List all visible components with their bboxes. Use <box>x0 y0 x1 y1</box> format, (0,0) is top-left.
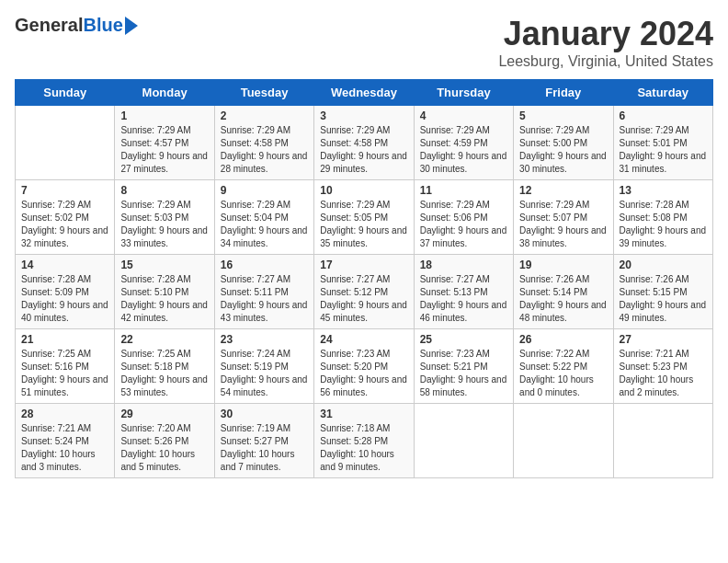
calendar-cell: 1Sunrise: 7:29 AM Sunset: 4:57 PM Daylig… <box>115 106 214 180</box>
day-number: 19 <box>519 259 607 271</box>
day-number: 4 <box>420 109 507 122</box>
calendar-cell: 9Sunrise: 7:29 AM Sunset: 5:04 PM Daylig… <box>214 180 313 255</box>
calendar-header-friday: Friday <box>514 80 613 106</box>
day-info: Sunrise: 7:18 AM Sunset: 5:28 PM Dayligh… <box>320 422 407 474</box>
day-info: Sunrise: 7:29 AM Sunset: 5:06 PM Dayligh… <box>420 199 507 250</box>
day-info: Sunrise: 7:22 AM Sunset: 5:22 PM Dayligh… <box>519 348 607 399</box>
calendar-cell: 30Sunrise: 7:19 AM Sunset: 5:27 PM Dayli… <box>214 404 313 478</box>
calendar-cell: 20Sunrise: 7:26 AM Sunset: 5:15 PM Dayli… <box>613 255 712 329</box>
calendar-header-row: SundayMondayTuesdayWednesdayThursdayFrid… <box>16 80 713 106</box>
calendar-cell <box>613 404 712 478</box>
calendar-cell: 17Sunrise: 7:27 AM Sunset: 5:12 PM Dayli… <box>314 255 414 329</box>
calendar-cell: 29Sunrise: 7:20 AM Sunset: 5:26 PM Dayli… <box>115 404 214 478</box>
calendar-cell: 23Sunrise: 7:24 AM Sunset: 5:19 PM Dayli… <box>214 329 313 404</box>
calendar-cell <box>514 404 613 478</box>
day-number: 27 <box>620 333 707 346</box>
calendar-week-1: 1Sunrise: 7:29 AM Sunset: 4:57 PM Daylig… <box>16 106 713 180</box>
calendar-week-4: 21Sunrise: 7:25 AM Sunset: 5:16 PM Dayli… <box>16 329 713 404</box>
calendar-header-thursday: Thursday <box>414 80 513 106</box>
day-info: Sunrise: 7:27 AM Sunset: 5:13 PM Dayligh… <box>420 273 507 325</box>
day-number: 17 <box>320 259 407 271</box>
day-number: 9 <box>221 184 308 197</box>
day-number: 31 <box>320 408 407 420</box>
calendar-cell: 18Sunrise: 7:27 AM Sunset: 5:13 PM Dayli… <box>414 255 513 329</box>
month-title: January 2024 <box>498 15 713 53</box>
day-number: 10 <box>320 184 407 197</box>
calendar-cell: 5Sunrise: 7:29 AM Sunset: 5:00 PM Daylig… <box>514 106 613 180</box>
day-number: 7 <box>21 184 108 197</box>
day-info: Sunrise: 7:21 AM Sunset: 5:24 PM Dayligh… <box>21 422 108 474</box>
calendar-table: SundayMondayTuesdayWednesdayThursdayFrid… <box>15 79 713 478</box>
day-number: 3 <box>320 109 407 122</box>
day-info: Sunrise: 7:21 AM Sunset: 5:23 PM Dayligh… <box>620 348 707 399</box>
day-number: 29 <box>120 408 208 420</box>
calendar-cell: 26Sunrise: 7:22 AM Sunset: 5:22 PM Dayli… <box>514 329 613 404</box>
calendar-cell: 24Sunrise: 7:23 AM Sunset: 5:20 PM Dayli… <box>314 329 414 404</box>
title-section: January 2024 Leesburg, Virginia, United … <box>498 15 713 70</box>
calendar-header-saturday: Saturday <box>613 80 712 106</box>
day-number: 2 <box>221 109 308 122</box>
day-info: Sunrise: 7:27 AM Sunset: 5:12 PM Dayligh… <box>320 273 407 325</box>
calendar-week-2: 7Sunrise: 7:29 AM Sunset: 5:02 PM Daylig… <box>16 180 713 255</box>
calendar-cell: 13Sunrise: 7:28 AM Sunset: 5:08 PM Dayli… <box>613 180 712 255</box>
calendar-cell: 6Sunrise: 7:29 AM Sunset: 5:01 PM Daylig… <box>613 106 712 180</box>
day-info: Sunrise: 7:23 AM Sunset: 5:21 PM Dayligh… <box>420 348 507 399</box>
day-info: Sunrise: 7:29 AM Sunset: 4:59 PM Dayligh… <box>420 124 507 176</box>
calendar-cell <box>16 106 115 180</box>
day-info: Sunrise: 7:29 AM Sunset: 4:58 PM Dayligh… <box>320 124 407 176</box>
calendar-cell: 7Sunrise: 7:29 AM Sunset: 5:02 PM Daylig… <box>16 180 115 255</box>
day-info: Sunrise: 7:29 AM Sunset: 5:00 PM Dayligh… <box>519 124 607 176</box>
day-info: Sunrise: 7:20 AM Sunset: 5:26 PM Dayligh… <box>120 422 208 474</box>
calendar-cell: 22Sunrise: 7:25 AM Sunset: 5:18 PM Dayli… <box>115 329 214 404</box>
calendar-cell: 11Sunrise: 7:29 AM Sunset: 5:06 PM Dayli… <box>414 180 513 255</box>
day-number: 20 <box>620 259 707 271</box>
calendar-cell: 8Sunrise: 7:29 AM Sunset: 5:03 PM Daylig… <box>115 180 214 255</box>
calendar-cell: 14Sunrise: 7:28 AM Sunset: 5:09 PM Dayli… <box>16 255 115 329</box>
day-number: 11 <box>420 184 507 197</box>
day-info: Sunrise: 7:24 AM Sunset: 5:19 PM Dayligh… <box>221 348 308 399</box>
day-info: Sunrise: 7:19 AM Sunset: 5:27 PM Dayligh… <box>221 422 308 474</box>
day-number: 23 <box>221 333 308 346</box>
day-info: Sunrise: 7:23 AM Sunset: 5:20 PM Dayligh… <box>320 348 407 399</box>
calendar-cell: 10Sunrise: 7:29 AM Sunset: 5:05 PM Dayli… <box>314 180 414 255</box>
day-info: Sunrise: 7:28 AM Sunset: 5:08 PM Dayligh… <box>620 199 707 250</box>
calendar-week-5: 28Sunrise: 7:21 AM Sunset: 5:24 PM Dayli… <box>16 404 713 478</box>
calendar-week-3: 14Sunrise: 7:28 AM Sunset: 5:09 PM Dayli… <box>16 255 713 329</box>
logo-general-text: General <box>15 15 83 36</box>
day-info: Sunrise: 7:28 AM Sunset: 5:09 PM Dayligh… <box>21 273 108 325</box>
day-number: 22 <box>120 333 208 346</box>
calendar-cell: 4Sunrise: 7:29 AM Sunset: 4:59 PM Daylig… <box>414 106 513 180</box>
day-number: 8 <box>120 184 208 197</box>
day-info: Sunrise: 7:29 AM Sunset: 5:05 PM Dayligh… <box>320 199 407 250</box>
day-number: 13 <box>620 184 707 197</box>
logo-arrow-icon <box>125 17 138 35</box>
day-number: 14 <box>21 259 108 271</box>
calendar-header-monday: Monday <box>115 80 214 106</box>
calendar-cell: 12Sunrise: 7:29 AM Sunset: 5:07 PM Dayli… <box>514 180 613 255</box>
calendar-cell: 2Sunrise: 7:29 AM Sunset: 4:58 PM Daylig… <box>214 106 313 180</box>
calendar-cell: 3Sunrise: 7:29 AM Sunset: 4:58 PM Daylig… <box>314 106 414 180</box>
day-info: Sunrise: 7:26 AM Sunset: 5:14 PM Dayligh… <box>519 273 607 325</box>
day-number: 16 <box>221 259 308 271</box>
day-info: Sunrise: 7:28 AM Sunset: 5:10 PM Dayligh… <box>120 273 208 325</box>
day-info: Sunrise: 7:29 AM Sunset: 5:02 PM Dayligh… <box>21 199 108 250</box>
day-number: 28 <box>21 408 108 420</box>
calendar-cell: 21Sunrise: 7:25 AM Sunset: 5:16 PM Dayli… <box>16 329 115 404</box>
day-info: Sunrise: 7:26 AM Sunset: 5:15 PM Dayligh… <box>620 273 707 325</box>
location-text: Leesburg, Virginia, United States <box>498 53 713 70</box>
day-number: 1 <box>120 109 208 122</box>
day-info: Sunrise: 7:29 AM Sunset: 5:01 PM Dayligh… <box>620 124 707 176</box>
calendar-cell: 15Sunrise: 7:28 AM Sunset: 5:10 PM Dayli… <box>115 255 214 329</box>
day-number: 21 <box>21 333 108 346</box>
day-info: Sunrise: 7:25 AM Sunset: 5:16 PM Dayligh… <box>21 348 108 399</box>
page-header: General Blue January 2024 Leesburg, Virg… <box>15 15 713 70</box>
day-number: 12 <box>519 184 607 197</box>
logo: General Blue <box>15 15 138 36</box>
day-info: Sunrise: 7:29 AM Sunset: 4:58 PM Dayligh… <box>221 124 308 176</box>
calendar-header-tuesday: Tuesday <box>214 80 313 106</box>
calendar-body: 1Sunrise: 7:29 AM Sunset: 4:57 PM Daylig… <box>16 106 713 478</box>
day-info: Sunrise: 7:29 AM Sunset: 5:07 PM Dayligh… <box>519 199 607 250</box>
day-number: 15 <box>120 259 208 271</box>
day-number: 25 <box>420 333 507 346</box>
logo-blue-text: Blue <box>83 15 122 36</box>
